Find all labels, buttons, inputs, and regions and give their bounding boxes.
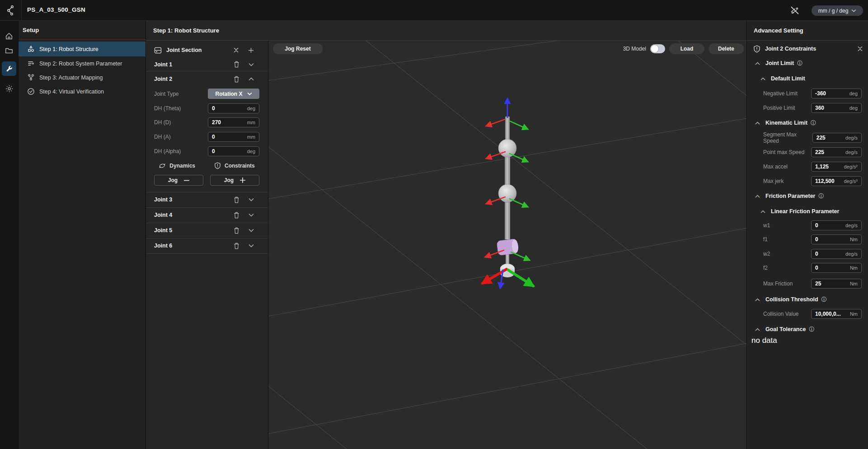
dh-a-row: DH (A) 0mm — [146, 132, 268, 142]
w2-input[interactable]: 0deg/s — [811, 249, 862, 259]
delete-joint-icon[interactable] — [234, 243, 239, 249]
add-joint-icon[interactable] — [248, 47, 254, 53]
dh-a-input[interactable]: 0mm — [208, 132, 259, 142]
joint-row-label: Joint 3 — [154, 196, 172, 203]
field-label: Negative Limit — [763, 90, 798, 97]
delete-joint-icon[interactable] — [234, 212, 239, 219]
joint-type-select[interactable]: Rotation X — [208, 89, 259, 99]
shapes-icon — [27, 45, 35, 53]
dynamics-button[interactable]: Dynamics — [159, 162, 195, 169]
network-nodes-icon — [27, 74, 35, 82]
collapse-panel-icon[interactable] — [857, 46, 863, 51]
chevron-up-icon — [755, 298, 760, 301]
positive-limit-input[interactable]: 360deg — [811, 103, 862, 113]
info-icon[interactable]: ⓘ — [797, 60, 802, 67]
w1-input[interactable]: 0deg/s — [811, 220, 862, 230]
chevron-down-icon[interactable] — [249, 198, 254, 201]
field-unit: deg/s² — [844, 164, 858, 169]
chevron-up-icon — [755, 62, 760, 65]
joint-row-3[interactable]: Joint 3 — [146, 192, 268, 207]
field-label: f1 — [763, 236, 768, 243]
sidebar-item-step1[interactable]: Step 1: Robot Structure — [19, 42, 146, 56]
field-unit: deg/s³ — [844, 178, 858, 184]
f1-input[interactable]: 0Nm — [811, 234, 862, 244]
home-icon[interactable] — [0, 29, 18, 43]
sidebar-item-step4[interactable]: Step 4: Virtual Verification — [19, 84, 146, 98]
negative-limit-input[interactable]: -360deg — [811, 89, 862, 98]
constraints-header-row: Joint 2 Constraints — [747, 43, 868, 54]
model-toggle[interactable] — [650, 44, 665, 53]
app-window: PS_A_03_500_GSN mm / g / deg — [0, 0, 868, 449]
chevron-up-icon[interactable] — [249, 77, 254, 81]
collapse-all-icon[interactable] — [233, 47, 239, 53]
info-icon[interactable]: ⓘ — [821, 296, 827, 304]
joint-row-4[interactable]: Joint 4 — [146, 207, 268, 223]
info-icon[interactable]: ⓘ — [818, 192, 824, 200]
section-label: Default Limit — [771, 75, 805, 82]
chevron-down-icon[interactable] — [249, 213, 254, 217]
sidebar-item-step3[interactable]: Step 3: Actuator Mapping — [19, 70, 146, 84]
constraints-label: Constraints — [225, 163, 255, 169]
max-accel-input[interactable]: 1,125deg/s² — [811, 162, 862, 172]
section-collision-threshold[interactable]: Collision Thresholdⓘ — [747, 294, 868, 305]
unit-selector[interactable]: mm / g / deg — [812, 5, 863, 16]
info-icon[interactable]: ⓘ — [809, 326, 814, 333]
chevron-down-icon[interactable] — [249, 244, 254, 248]
load-button[interactable]: Load — [669, 43, 704, 54]
dh-alpha-input[interactable]: 0deg — [208, 146, 259, 156]
chevron-down-icon[interactable] — [249, 63, 254, 66]
field-value: 225 — [815, 149, 824, 155]
field-unit: deg — [849, 105, 858, 111]
joint-row-5[interactable]: Joint 5 — [146, 223, 268, 238]
delete-joint-icon[interactable] — [234, 61, 239, 68]
negative-limit-row: Negative Limit -360deg — [747, 89, 868, 98]
joint-row-label: Joint 1 — [154, 61, 172, 68]
constraints-button[interactable]: Constraints — [214, 162, 255, 169]
jog-plus-button[interactable]: Jog — [210, 175, 259, 186]
delete-button[interactable]: Delete — [708, 43, 744, 54]
delete-joint-icon[interactable] — [234, 196, 239, 203]
max-jerk-row: Max jerk 112,500deg/s³ — [747, 176, 868, 186]
delete-joint-icon[interactable] — [234, 76, 239, 83]
robot-model[interactable] — [497, 117, 519, 277]
joint-row-2[interactable]: Joint 2 — [146, 71, 268, 87]
jog-minus-button[interactable]: Jog — [154, 175, 203, 186]
section-kinematic-limit[interactable]: Kinematic Limitⓘ — [747, 117, 868, 128]
check-circle-icon — [27, 88, 35, 96]
chevron-down-icon[interactable] — [249, 229, 254, 232]
max-friction-input[interactable]: 25Nm — [811, 279, 862, 289]
viewport-3d[interactable]: Jog Reset 3D Model Load Delete — [268, 41, 746, 449]
section-friction-parameter[interactable]: Friction Parameterⓘ — [747, 191, 868, 201]
sidebar-item-step2[interactable]: Step 2: Robot System Parameter — [19, 56, 146, 70]
section-default-limit[interactable]: Default Limit — [747, 73, 868, 84]
jog-minus-label: Jog — [168, 177, 178, 183]
dh-theta-input[interactable]: 0deg — [208, 103, 259, 113]
setup-tool-active-tile[interactable] — [2, 61, 16, 76]
max-jerk-input[interactable]: 112,500deg/s³ — [811, 176, 862, 186]
section-goal-tolerance[interactable]: Goal Toleranceⓘ — [747, 324, 868, 335]
dh-d-input[interactable]: 270mm — [208, 117, 259, 127]
segment-max-speed-input[interactable]: 225deg/s — [812, 133, 862, 143]
info-icon[interactable]: ⓘ — [811, 119, 816, 127]
jog-reset-button[interactable]: Jog Reset — [273, 43, 323, 54]
field-value: 360 — [815, 105, 824, 111]
collision-value-input[interactable]: 10,000,0...Nm — [811, 309, 862, 319]
folder-icon[interactable] — [0, 43, 18, 58]
field-unit: Nm — [850, 281, 858, 286]
setup-header: Setup — [19, 21, 145, 40]
point-max-speed-input[interactable]: 225deg/s — [811, 147, 862, 157]
f2-input[interactable]: 0Nm — [811, 263, 862, 273]
jog-reset-label: Jog Reset — [285, 46, 310, 52]
joint-row-6[interactable]: Joint 6 — [146, 238, 268, 253]
section-linear-friction[interactable]: Linear Friction Parameter — [747, 206, 868, 217]
joint-row-1[interactable]: Joint 1 — [146, 58, 268, 71]
field-value: 0 — [815, 265, 818, 271]
section-joint-limit[interactable]: Joint Limitⓘ — [747, 58, 868, 69]
delete-joint-icon[interactable] — [234, 227, 239, 234]
joint-row-label: Joint 6 — [154, 243, 172, 249]
field-value: 0 — [212, 134, 215, 140]
gear-icon[interactable] — [0, 81, 18, 96]
structure-panel-header: Step 1: Robot Structure — [145, 21, 746, 41]
sidebar-item-label: Step 2: Robot System Parameter — [39, 61, 122, 67]
disconnected-icon[interactable] — [789, 5, 800, 16]
